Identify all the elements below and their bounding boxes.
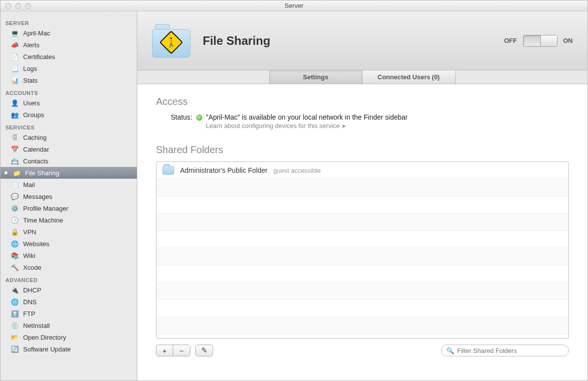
sidebar-item-alerts[interactable]: 📣Alerts: [0, 39, 137, 51]
list-toolbar: + − ✎ 🔍: [156, 345, 569, 356]
server-window: Server SERVER💻April-Mac📣Alerts📄Certifica…: [0, 0, 588, 381]
sidebar-item-users[interactable]: 👤Users: [0, 97, 137, 109]
laptop-icon: 💻: [10, 29, 19, 37]
sidebar-item-label: Stats: [23, 77, 38, 84]
sidebar-item-label: Websites: [23, 240, 49, 248]
sidebar-item-label: Groups: [23, 111, 44, 119]
sidebar-item-label: Wiki: [23, 252, 35, 259]
search-field[interactable]: 🔍: [441, 345, 569, 356]
empty-row: [156, 283, 568, 300]
sidebar-item-label: Certificates: [23, 53, 55, 61]
add-button[interactable]: +: [156, 345, 173, 356]
sidebar-item-ftp[interactable]: ⬆️FTP: [0, 308, 137, 319]
sidebar-item-mail[interactable]: ✉️Mail: [0, 179, 137, 190]
empty-row: [156, 265, 568, 283]
sidebar-item-vpn[interactable]: 🔒VPN: [0, 226, 137, 238]
main-pane: 🚶 File Sharing OFF ON Settings Connected…: [137, 11, 588, 381]
sidebar-item-label: Time Machine: [23, 217, 63, 224]
sidebar-group-header: SERVICES: [0, 121, 137, 131]
sidebar-item-label: Calendar: [23, 146, 49, 153]
sidebar-item-april-mac[interactable]: 💻April-Mac: [0, 27, 137, 39]
sidebar-item-label: April-Mac: [23, 30, 50, 37]
empty-row: [156, 214, 568, 231]
sidebar-item-netinstall[interactable]: 💿NetInstall: [0, 319, 137, 331]
sidebar-item-calendar[interactable]: 📅Calendar: [0, 143, 137, 155]
learn-link[interactable]: Learn about configuring devices for this…: [206, 122, 408, 129]
sidebar-item-groups[interactable]: 👥Groups: [0, 109, 137, 121]
edit-button[interactable]: ✎: [196, 345, 213, 356]
log-icon: 📃: [10, 64, 19, 73]
sidebar-item-contacts[interactable]: 📇Contacts: [0, 155, 137, 167]
sidebar-item-messages[interactable]: 💬Messages: [0, 190, 137, 202]
folder-icon: [162, 166, 174, 175]
toggle-on-label: ON: [563, 37, 573, 44]
empty-row: [156, 179, 568, 196]
sidebar-item-caching[interactable]: 🗄Caching: [0, 131, 137, 143]
sidebar-group-header: SERVER: [0, 16, 137, 27]
sidebar-item-label: DHCP: [23, 286, 41, 294]
remove-button[interactable]: −: [173, 345, 190, 356]
sidebar-item-dns[interactable]: 🌐DNS: [0, 296, 137, 308]
search-input[interactable]: [457, 347, 563, 354]
profile-icon: ⚙️: [10, 204, 19, 213]
sidebar-item-label: Users: [23, 99, 40, 107]
folder-meta: guest accessible: [274, 167, 321, 174]
timemachine-icon: 🕒: [10, 216, 19, 224]
tab-bar: Settings Connected Users (0): [137, 70, 588, 84]
sidebar-item-time-machine[interactable]: 🕒Time Machine: [0, 214, 137, 226]
titlebar: Server: [0, 0, 588, 11]
toggle-off-label: OFF: [504, 37, 517, 44]
sidebar-item-wiki[interactable]: 📚Wiki: [0, 250, 137, 261]
sidebar-item-label: File Sharing: [25, 169, 59, 177]
sidebar-item-label: DNS: [23, 298, 36, 306]
folder-name: Administrator's Public Folder: [180, 166, 268, 174]
folder-icon: 📁: [12, 168, 21, 177]
update-icon: 🔄: [10, 345, 19, 353]
shared-folder-row[interactable]: Administrator's Public Folderguest acces…: [156, 162, 568, 179]
sidebar-item-label: Logs: [23, 65, 37, 72]
sidebar-item-software-update[interactable]: 🔄Software Update: [0, 343, 137, 355]
sidebar-item-logs[interactable]: 📃Logs: [0, 63, 137, 74]
sidebar-group-header: ADVANCED: [0, 273, 137, 284]
edit-segment: ✎: [195, 345, 213, 356]
window-title: Server: [0, 2, 588, 9]
tab-connected-users[interactable]: Connected Users (0): [362, 70, 456, 84]
shared-folders-heading: Shared Folders: [156, 144, 569, 156]
sidebar-item-open-directory[interactable]: 📂Open Directory: [0, 331, 137, 343]
ftp-icon: ⬆️: [10, 309, 19, 318]
sidebar-item-stats[interactable]: 📊Stats: [0, 74, 137, 86]
directory-icon: 📂: [10, 333, 19, 342]
sidebar-item-label: Open Directory: [23, 334, 66, 341]
file-sharing-icon: 🚶: [152, 24, 190, 58]
dhcp-icon: 🔌: [10, 286, 19, 294]
globe-icon: 🌐: [10, 239, 19, 248]
wiki-icon: 📚: [10, 251, 19, 260]
sidebar-item-certificates[interactable]: 📄Certificates: [0, 51, 137, 63]
megaphone-icon: 📣: [10, 40, 19, 49]
sidebar-item-profile-manager[interactable]: ⚙️Profile Manager: [0, 202, 137, 214]
add-remove-segment: + −: [156, 345, 190, 356]
netinstall-icon: 💿: [10, 321, 19, 330]
shared-folders-list[interactable]: Administrator's Public Folderguest acces…: [156, 161, 569, 339]
mail-icon: ✉️: [10, 180, 19, 189]
empty-row: [156, 231, 568, 248]
empty-row: [156, 317, 568, 334]
sidebar-item-label: Software Update: [23, 346, 71, 353]
sidebar-item-label: Contacts: [23, 158, 48, 165]
on-off-switch[interactable]: [523, 35, 557, 47]
tab-settings[interactable]: Settings: [269, 70, 363, 84]
sidebar-item-dhcp[interactable]: 🔌DHCP: [0, 284, 137, 296]
empty-row: [156, 300, 568, 317]
sidebar-item-label: Profile Manager: [23, 205, 68, 212]
empty-row: [156, 196, 568, 214]
sidebar-item-label: Alerts: [23, 41, 39, 49]
sidebar-item-file-sharing[interactable]: 📁File Sharing: [0, 167, 137, 179]
sidebar-item-label: NetInstall: [23, 322, 50, 329]
sidebar-group-header: ACCOUNTS: [0, 86, 137, 97]
sidebar-item-websites[interactable]: 🌐Websites: [0, 238, 137, 250]
calendar-icon: 📅: [10, 145, 19, 154]
user-icon: 👤: [10, 98, 19, 107]
sidebar-item-label: FTP: [23, 310, 35, 318]
sidebar-item-xcode[interactable]: 🔨Xcode: [0, 261, 137, 273]
sidebar: SERVER💻April-Mac📣Alerts📄Certificates📃Log…: [0, 11, 137, 381]
